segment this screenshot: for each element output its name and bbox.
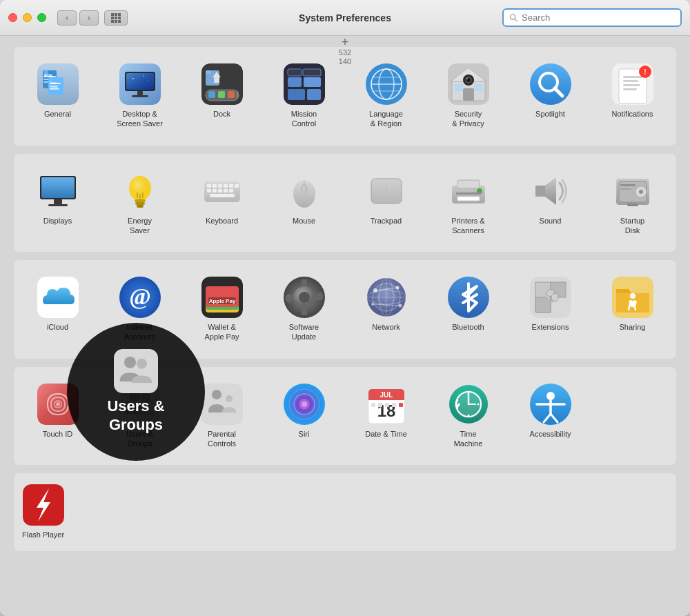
notifications-icon: ! — [612, 63, 653, 105]
svg-rect-121 — [302, 279, 307, 286]
security-label: Security & Privacy — [452, 109, 484, 129]
datetime-label: Date & Time — [365, 429, 407, 439]
grid-icon — [111, 13, 121, 23]
svg-rect-101 — [456, 192, 481, 195]
svg-rect-25 — [208, 91, 215, 98]
hardware-grid: Displays — [19, 165, 671, 241]
security-icon — [448, 63, 489, 105]
internet-icon: @ — [119, 277, 161, 318]
search-bar[interactable] — [502, 8, 682, 27]
window-title: System Preferences — [299, 12, 391, 23]
pref-startup[interactable]: Startup Disk — [594, 165, 671, 241]
pref-parental[interactable]: Parental Controls — [184, 378, 260, 455]
startup-icon — [612, 170, 653, 212]
svg-rect-155 — [119, 384, 161, 425]
wallet-label: Wallet & Apple Pay — [204, 322, 239, 342]
close-button[interactable] — [8, 13, 17, 22]
pref-general[interactable]: File New Open General — [19, 58, 96, 135]
svg-point-156 — [129, 390, 140, 401]
svg-text:Apple Pay: Apple Pay — [208, 298, 235, 304]
pref-mission[interactable]: Mission Control — [266, 58, 342, 135]
svg-rect-73 — [135, 202, 145, 205]
pref-notifications[interactable]: ! Notifications — [594, 58, 671, 135]
svg-point-55 — [530, 63, 571, 105]
pref-touch[interactable]: Touch ID — [19, 378, 96, 455]
pref-sound[interactable]: Sound — [512, 165, 589, 241]
pref-network[interactable]: Network — [348, 271, 424, 348]
svg-rect-161 — [201, 384, 243, 425]
svg-rect-91 — [210, 194, 235, 197]
language-icon — [366, 63, 407, 105]
pref-sharing[interactable]: Sharing — [594, 271, 671, 348]
svg-rect-108 — [620, 184, 635, 186]
svg-rect-90 — [229, 189, 233, 192]
dock-icon — [201, 63, 243, 105]
svg-rect-84 — [229, 184, 233, 188]
search-input[interactable] — [522, 12, 675, 23]
pref-displays[interactable]: Displays — [19, 165, 96, 241]
pref-siri[interactable]: Siri — [266, 378, 342, 455]
pref-timemachine[interactable]: Time Machine — [430, 378, 506, 455]
svg-rect-38 — [303, 69, 321, 76]
keyboard-label: Keyboard — [206, 216, 238, 226]
pref-energy[interactable]: Energy Saver — [101, 165, 178, 241]
grid-view-button[interactable] — [104, 10, 128, 26]
pref-language[interactable]: Language & Region — [348, 58, 424, 135]
pref-dock[interactable]: Dock — [184, 58, 260, 135]
back-button[interactable]: ‹ — [57, 10, 77, 26]
touch-icon — [37, 384, 79, 425]
pref-mouse[interactable]: Mouse — [266, 165, 342, 241]
notifications-label: Notifications — [612, 109, 653, 119]
pref-software[interactable]: Software Update — [266, 271, 342, 348]
pref-bluetooth[interactable]: Bluetooth — [430, 271, 506, 348]
pref-printers[interactable]: Printers & Scanners — [430, 165, 506, 241]
svg-point-21 — [143, 75, 144, 77]
trackpad-icon — [366, 170, 407, 212]
pref-extensions[interactable]: Extensions — [512, 271, 589, 348]
svg-point-22 — [148, 80, 148, 81]
extensions-icon — [530, 277, 571, 318]
pref-desktop[interactable]: Desktop & Screen Saver — [101, 58, 178, 135]
pref-accessibility[interactable]: Accessibility — [512, 378, 589, 455]
pref-wallet[interactable]: Apple Pay Wallet & Apple Pay — [184, 271, 260, 348]
section-system: Touch ID Users & Groups — [14, 367, 676, 466]
svg-rect-175 — [378, 403, 382, 407]
pref-internet[interactable]: @ Internet Accounts — [101, 271, 178, 348]
users-label: Users & Groups — [126, 429, 153, 449]
desktop-label: Desktop & Screen Saver — [117, 109, 163, 129]
svg-rect-35 — [288, 89, 305, 100]
spotlight-icon — [530, 63, 571, 105]
general-icon: File New Open — [37, 63, 79, 105]
pref-users[interactable]: Users & Groups Users & Groups — [101, 378, 178, 455]
svg-rect-48 — [463, 88, 474, 101]
svg-rect-26 — [218, 91, 225, 98]
svg-point-150 — [630, 293, 635, 299]
svg-rect-177 — [392, 403, 396, 407]
energy-label: Energy Saver — [128, 216, 152, 236]
svg-rect-61 — [623, 80, 638, 82]
internet-grid: iCloud — [19, 271, 671, 348]
svg-point-148 — [551, 293, 558, 301]
pref-flash[interactable]: Flash Player — [19, 479, 67, 545]
keyboard-icon — [201, 170, 243, 212]
svg-rect-109 — [620, 188, 631, 190]
pref-spotlight[interactable]: Spotlight — [512, 58, 589, 135]
titlebar: ‹ › System Preferences + 532140 — [0, 0, 690, 36]
pref-security[interactable]: Security & Privacy — [430, 58, 506, 135]
pref-trackpad[interactable]: Trackpad — [348, 165, 424, 241]
network-icon — [366, 277, 407, 318]
svg-point-157 — [141, 393, 150, 402]
printers-icon — [448, 170, 489, 212]
svg-point-163 — [226, 395, 233, 402]
search-icon — [509, 13, 518, 22]
forward-button[interactable]: › — [79, 10, 99, 26]
pref-keyboard[interactable]: Keyboard — [184, 165, 260, 241]
pref-icloud[interactable]: iCloud — [19, 271, 96, 348]
section-internet: iCloud — [14, 260, 676, 359]
datetime-icon: JUL 18 — [366, 384, 407, 425]
maximize-button[interactable] — [37, 13, 46, 22]
pref-datetime[interactable]: JUL 18 Date & Time — [348, 378, 424, 455]
traffic-lights — [8, 13, 46, 22]
touch-label: Touch ID — [43, 429, 72, 439]
minimize-button[interactable] — [23, 13, 32, 22]
